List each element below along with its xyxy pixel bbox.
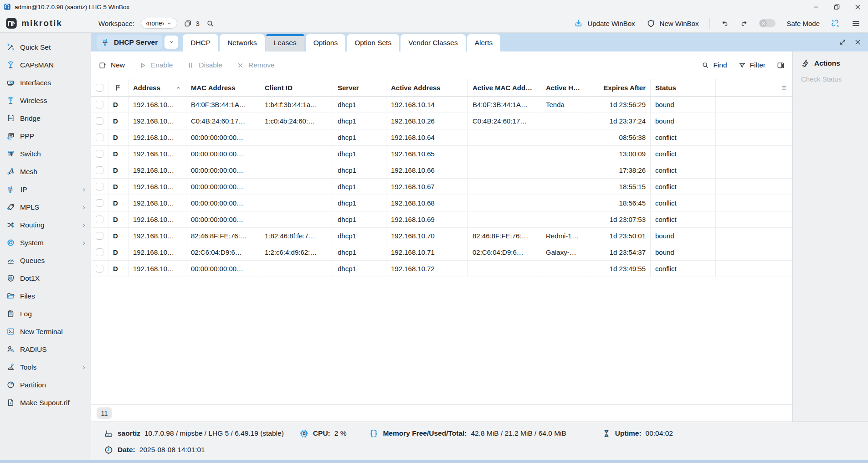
status-bar: saortiz 10.7.0.98 / mipsbe / LHG 5 / 6.4…: [91, 422, 868, 460]
row-checkbox[interactable]: [91, 113, 108, 129]
safe-mode-link-icon[interactable]: [831, 19, 840, 28]
table-row[interactable]: D192.168.10…00:00:00:00:00…dhcp1192.168.…: [91, 195, 792, 211]
undo-icon[interactable]: [721, 19, 729, 27]
row-checkbox[interactable]: [91, 211, 108, 227]
row-checkbox[interactable]: [91, 228, 108, 244]
row-checkbox[interactable]: [91, 195, 108, 211]
sidebar-item-mpls[interactable]: MPLS›: [0, 198, 91, 216]
safe-mode-toggle[interactable]: ✕: [759, 19, 776, 27]
column-header-mac[interactable]: MAC Address: [186, 79, 260, 96]
cell-flags: D: [108, 195, 128, 211]
find-button[interactable]: Find: [701, 61, 727, 69]
sidebar-item-dot1x[interactable]: Dot1X: [0, 269, 91, 287]
sidebar-item-ppp[interactable]: PPP: [0, 127, 91, 145]
table-row[interactable]: D192.168.10…00:00:00:00:00…dhcp1192.168.…: [91, 211, 792, 228]
panel-title[interactable]: v4 DHCP Server: [97, 35, 162, 50]
row-checkbox[interactable]: [91, 261, 108, 277]
column-header-client_id[interactable]: Client ID: [260, 79, 333, 96]
table-row[interactable]: D192.168.10…C0:4B:24:60:17…1:c0:4b:24:60…: [91, 113, 792, 129]
table-row[interactable]: D192.168.10…00:00:00:00:00…dhcp1192.168.…: [91, 261, 792, 277]
maximize-button[interactable]: [826, 0, 847, 14]
checkbox-icon: [96, 117, 103, 125]
workspace-select[interactable]: ‹none›: [141, 18, 177, 29]
chevron-right-icon: ›: [82, 363, 85, 371]
minimize-button[interactable]: [805, 0, 826, 14]
table-row[interactable]: D192.168.10…00:00:00:00:00…dhcp1192.168.…: [91, 146, 792, 162]
column-header-server[interactable]: Server: [333, 79, 386, 96]
action-item-check-status[interactable]: Check Status: [801, 75, 868, 83]
tab-options[interactable]: Options: [306, 34, 345, 51]
table-row[interactable]: D192.168.10…00:00:00:00:00…dhcp1192.168.…: [91, 129, 792, 146]
bridge-icon: [6, 114, 15, 123]
sidebar-item-tools[interactable]: Tools›: [0, 358, 91, 376]
row-checkbox[interactable]: [91, 146, 108, 162]
sidebar-item-radius[interactable]: RADIUS: [0, 340, 91, 358]
sidebar-item-make-supout-rif[interactable]: Make Supout.rif: [0, 394, 91, 412]
sidebar-item-interfaces[interactable]: Interfaces: [0, 74, 91, 92]
sidebar-item-partition[interactable]: Partition: [0, 376, 91, 394]
column-header-expires[interactable]: Expires After: [589, 79, 651, 96]
table-empty-area: [91, 277, 792, 404]
table-row[interactable]: D192.168.10…02:C6:04:D9:6…1:2:c6:4:d9:62…: [91, 244, 792, 261]
detach-icon[interactable]: [839, 38, 847, 46]
tab-vendor-classes[interactable]: Vendor Classes: [401, 34, 466, 51]
row-checkbox[interactable]: [91, 97, 108, 113]
column-header-address[interactable]: Address: [128, 79, 186, 96]
search-icon[interactable]: [206, 19, 215, 28]
new-button[interactable]: New: [98, 61, 125, 70]
new-winbox-button[interactable]: New WinBox: [646, 19, 699, 28]
column-label: Client ID: [265, 84, 293, 92]
column-header-status[interactable]: Status: [651, 79, 716, 96]
column-header-active_address[interactable]: Active Address: [386, 79, 468, 96]
open-windows-button[interactable]: 3: [184, 19, 199, 28]
row-checkbox[interactable]: [91, 179, 108, 195]
sidebar-item-wireless[interactable]: Wireless: [0, 92, 91, 109]
table-row[interactable]: D192.168.10…00:00:00:00:00…dhcp1192.168.…: [91, 179, 792, 195]
hamburger-menu-icon[interactable]: [851, 19, 861, 28]
tab-networks[interactable]: Networks: [220, 34, 265, 51]
sidebar-item-files[interactable]: Files: [0, 287, 91, 305]
update-winbox-button[interactable]: Update WinBox: [574, 19, 635, 28]
column-header-flags[interactable]: [108, 79, 128, 96]
table-row[interactable]: D192.168.10…82:46:8F:FE:76:…1:82:46:8f:f…: [91, 228, 792, 244]
sidebar-item-quick-set[interactable]: Quick Set: [0, 38, 91, 56]
row-checkbox[interactable]: [91, 129, 108, 145]
sidebar-item-new-terminal[interactable]: New Terminal: [0, 323, 91, 340]
sidebar-item-capsman[interactable]: CAPsMAN: [0, 56, 91, 74]
cell-active_address: 192.168.10.70: [386, 228, 468, 244]
sidebar-item-routing[interactable]: Routing›: [0, 216, 91, 234]
side-panel-toggle-icon[interactable]: [776, 61, 785, 70]
column-header-active_host[interactable]: Active H…: [541, 79, 589, 96]
columns-menu-icon[interactable]: [781, 84, 788, 92]
sidebar-item-system[interactable]: System›: [0, 234, 91, 252]
remove-button[interactable]: Remove: [236, 61, 275, 70]
sidebar-item-queues[interactable]: Queues: [0, 252, 91, 269]
checkbox-icon: [96, 199, 103, 207]
sidebar-item-switch[interactable]: Switch: [0, 145, 91, 163]
redo-icon[interactable]: [740, 19, 748, 27]
sidebar-item-mesh[interactable]: Mesh: [0, 163, 91, 180]
mikrotik-brand: mikrotik: [0, 14, 91, 32]
table-row[interactable]: D192.168.10…B4:0F:3B:44:1A…1:b4:f:3b:44:…: [91, 97, 792, 113]
filter-button[interactable]: Filter: [738, 61, 765, 69]
cell-filler: [716, 261, 792, 277]
panel-dropdown-button[interactable]: [164, 36, 178, 49]
sidebar-item-ip[interactable]: v4IP›: [0, 180, 91, 198]
row-checkbox[interactable]: [91, 162, 108, 178]
cell-server: dhcp1: [333, 179, 386, 195]
panel-close-icon[interactable]: [854, 38, 862, 46]
sidebar-item-label: Switch: [20, 150, 41, 158]
sidebar-item-log[interactable]: Log: [0, 305, 91, 323]
tab-leases[interactable]: Leases: [266, 34, 304, 51]
column-header-active_mac[interactable]: Active MAC Add…: [468, 79, 541, 96]
enable-button[interactable]: Enable: [139, 61, 173, 70]
close-button[interactable]: [847, 0, 868, 14]
tab-option-sets[interactable]: Option Sets: [347, 34, 399, 51]
tab-alerts[interactable]: Alerts: [467, 34, 501, 51]
disable-button[interactable]: Disable: [186, 61, 222, 70]
sidebar-item-bridge[interactable]: Bridge: [0, 109, 91, 127]
tab-dhcp[interactable]: DHCP: [183, 34, 218, 51]
select-all-checkbox[interactable]: [91, 79, 108, 96]
table-row[interactable]: D192.168.10…00:00:00:00:00…dhcp1192.168.…: [91, 162, 792, 179]
row-checkbox[interactable]: [91, 244, 108, 260]
